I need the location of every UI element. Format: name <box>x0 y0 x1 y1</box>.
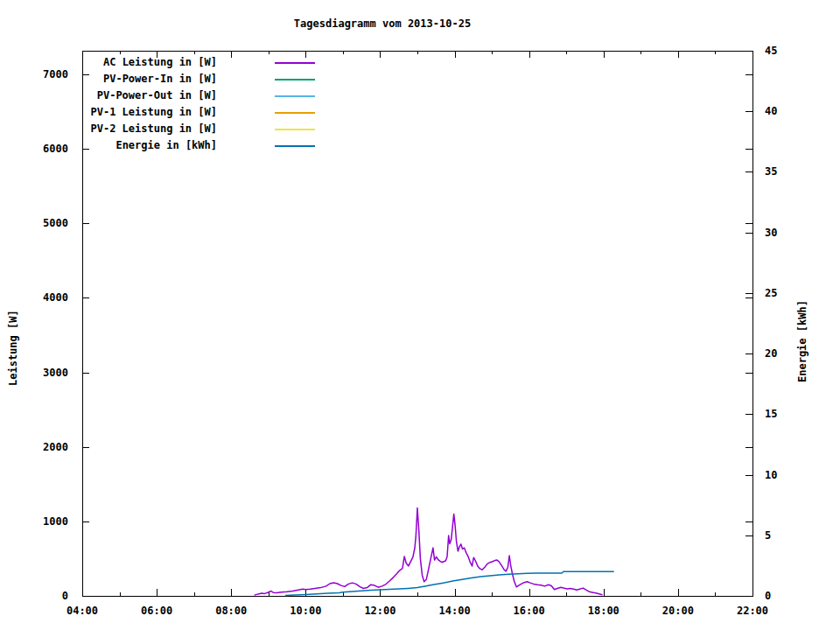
x-tick-label: 18:00 <box>576 606 632 616</box>
x-tick-label: 12:00 <box>352 606 408 616</box>
legend-line-sample <box>275 62 315 64</box>
y-right-tick-label: 10 <box>765 470 777 480</box>
y-left-tick-label: 3000 <box>16 368 68 378</box>
legend: AC Leistung in [W] PV-Power-In in [W] PV… <box>79 54 315 154</box>
y-left-tick-label: 2000 <box>16 442 68 452</box>
y-right-tick-label: 40 <box>765 106 777 116</box>
y-left-tick-label: 7000 <box>16 69 68 80</box>
y-right-tick-label: 25 <box>765 288 777 298</box>
legend-label: AC Leistung in [W] <box>79 57 217 68</box>
legend-item-ac-leistung: AC Leistung in [W] <box>79 54 315 71</box>
y-left-tick-label: 4000 <box>16 292 68 303</box>
y-left-tick-label: 6000 <box>16 144 68 154</box>
x-tick-label: 08:00 <box>203 606 259 616</box>
y-left-tick-label: 1000 <box>16 516 68 527</box>
chart-canvas: Tagesdiagramm vom 2013-10-25 Leistung [W… <box>0 0 840 630</box>
right-axis-title: Energie [kWh] <box>797 300 808 382</box>
y-right-tick-label: 35 <box>765 166 777 177</box>
y-left-tick-label: 0 <box>16 591 68 601</box>
legend-item-pv2-leistung: PV-2 Leistung in [W] <box>79 121 315 137</box>
legend-label: PV-Power-Out in [W] <box>79 90 217 102</box>
y-right-tick-label: 20 <box>765 348 777 359</box>
x-tick-label: 22:00 <box>724 606 780 616</box>
legend-item-pv-power-out: PV-Power-Out in [W] <box>79 88 315 104</box>
y-right-tick-label: 45 <box>765 46 777 56</box>
x-tick-label: 04:00 <box>54 606 110 616</box>
y-left-tick-label: 5000 <box>16 218 68 228</box>
legend-label: PV-1 Leistung in [W] <box>79 107 217 118</box>
legend-line-sample <box>275 95 315 97</box>
legend-line-sample <box>275 112 315 114</box>
x-tick-label: 10:00 <box>277 606 333 616</box>
series-line-0 <box>255 508 603 596</box>
legend-line-sample <box>275 79 315 80</box>
legend-item-energie: Energie in [kWh] <box>79 137 315 154</box>
y-right-tick-label: 15 <box>765 409 777 419</box>
legend-label: PV-Power-In in [W] <box>79 74 217 85</box>
chart-title: Tagesdiagramm vom 2013-10-25 <box>82 18 682 30</box>
legend-item-pv-power-in: PV-Power-In in [W] <box>79 71 315 88</box>
legend-line-sample <box>275 145 315 147</box>
legend-label: Energie in [kWh] <box>79 140 217 151</box>
x-tick-label: 06:00 <box>129 606 185 616</box>
x-tick-label: 20:00 <box>650 606 706 616</box>
x-tick-label: 14:00 <box>427 606 483 616</box>
legend-line-sample <box>275 129 315 130</box>
y-right-tick-label: 0 <box>765 591 771 601</box>
x-tick-label: 16:00 <box>501 606 557 616</box>
legend-label: PV-2 Leistung in [W] <box>79 123 217 135</box>
y-right-tick-label: 5 <box>765 530 771 541</box>
y-right-tick-label: 30 <box>765 228 777 238</box>
legend-item-pv1-leistung: PV-1 Leistung in [W] <box>79 104 315 121</box>
